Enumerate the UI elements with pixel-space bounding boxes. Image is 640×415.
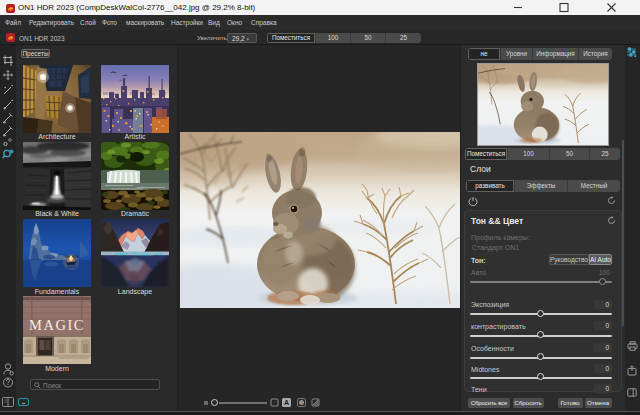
svg-text:MAGIC: MAGIC bbox=[29, 317, 85, 333]
